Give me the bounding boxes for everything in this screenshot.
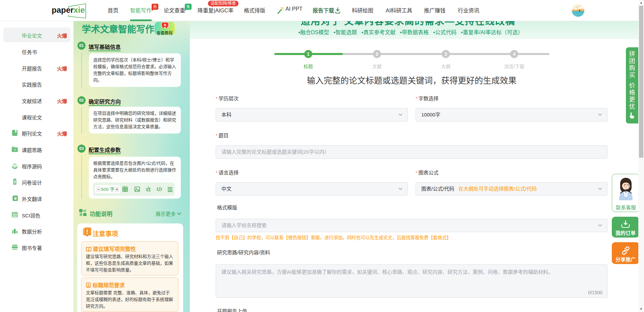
svg-text:译: 译 [14, 197, 17, 200]
svg-text:SCI: SCI [13, 213, 17, 216]
